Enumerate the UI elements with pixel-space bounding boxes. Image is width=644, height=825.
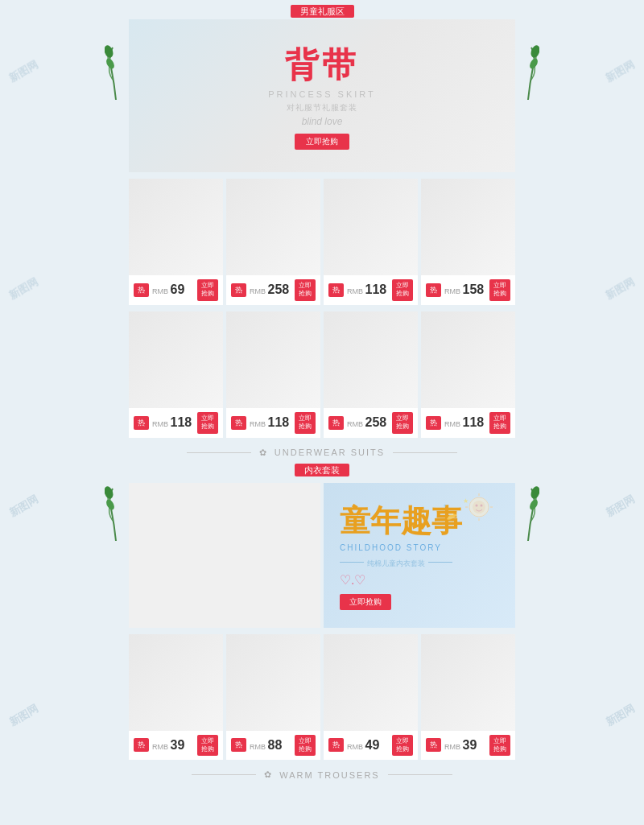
price-num: 49 [365,738,380,752]
rmb-label: RMB [152,287,171,295]
price-text-r3-0: RMB 39 [152,738,194,753]
product-info-r1-2: 热RMB 118立即 抢购 [324,275,418,305]
rmb-label: RMB [250,287,268,295]
hero-sub2: blind love [302,116,343,127]
svg-point-7 [528,498,539,511]
rmb-label: RMB [347,420,365,428]
hot-badge: 热 [426,416,441,430]
price-num: 158 [463,283,485,296]
buy-button-r1-1[interactable]: 立即 抢购 [295,279,316,301]
childhood-heart-icon: ♡.♡ [340,572,499,588]
price-num: 258 [268,283,290,296]
hot-badge: 热 [328,738,344,752]
svg-point-4 [105,485,114,499]
product-card-r3-1: 热RMB 88立即 抢购 [226,634,320,761]
buy-button-r2-3[interactable]: 立即 抢购 [489,412,510,434]
buy-button-r3-0[interactable]: 立即 抢购 [197,735,218,757]
price-num: 118 [365,283,387,296]
buy-button-r1-3[interactable]: 立即 抢购 [489,279,510,301]
divider-icon: ✿ [259,448,266,458]
price-text-r1-1: RMB 258 [250,283,291,297]
watermark-bl: 新图网 [6,701,41,729]
watermark-br: 新图网 [603,701,638,729]
product-img-r1-2 [324,179,418,275]
warm-divider-icon: ✿ [264,769,271,780]
hot-badge: 热 [426,283,441,297]
price-text-r3-1: RMB 88 [250,738,291,753]
product-row-2: 热RMB 118立即 抢购热RMB 118立即 抢购热RMB 258立即 抢购热… [129,311,515,438]
hot-badge: 热 [231,738,246,752]
hot-badge: 热 [328,283,344,297]
svg-point-10 [476,504,478,506]
rmb-label: RMB [444,743,463,751]
svg-point-9 [473,501,485,514]
product-img-r2-3 [421,311,515,408]
rmb-label: RMB [444,287,463,295]
product-info-r1-1: 热RMB 258立即 抢购 [226,275,320,305]
buy-button-r3-1[interactable]: 立即 抢购 [295,735,316,757]
hot-badge: 热 [231,283,246,297]
product-info-r3-0: 热RMB 39立即 抢购 [129,731,223,761]
childhood-section: ★ ★ 童年趣事 CHILDHOOD STORY 纯棉儿童内衣套装 ♡.♡ 立即… [129,483,515,628]
buy-button-r3-3[interactable]: 立即 抢购 [489,735,510,757]
product-info-r3-1: 热RMB 88立即 抢购 [226,731,320,761]
price-num: 39 [171,738,185,752]
product-card-r2-3: 热RMB 118立即 抢购 [421,311,515,438]
buy-button-r3-2[interactable]: 立即 抢购 [392,735,413,757]
svg-text:★: ★ [443,503,447,508]
product-row-1: 热RMB 69立即 抢购热RMB 258立即 抢购热RMB 118立即 抢购热R… [129,179,515,305]
price-num: 118 [171,415,192,429]
price-text-r1-2: RMB 118 [347,283,389,297]
rmb-label: RMB [347,287,365,295]
svg-point-6 [530,485,539,499]
underwear-cn-label-area: 内衣套装 [0,462,644,476]
buy-button-r2-1[interactable]: 立即 抢购 [295,412,316,434]
top-section-label: 男童礼服区 [0,0,644,19]
product-info-r2-2: 热RMB 258立即 抢购 [324,408,418,438]
product-img-r3-2 [324,634,418,731]
underwear-cn-label: 内衣套装 [295,464,349,476]
plant-left-top [105,43,127,103]
product-info-r1-0: 热RMB 69立即 抢购 [129,275,223,305]
hot-badge: 热 [328,416,344,430]
product-card-r1-0: 热RMB 69立即 抢购 [129,179,223,305]
product-img-r3-0 [129,634,223,731]
watermark-mr: 新图网 [603,274,638,303]
svg-point-0 [105,44,114,59]
price-text-r2-3: RMB 118 [444,415,486,430]
svg-point-11 [481,504,483,506]
product-info-r2-1: 热RMB 118立即 抢购 [226,408,320,438]
price-text-r3-2: RMB 49 [347,738,389,753]
plant-right-top [517,43,539,103]
underwear-divider: ✿ UNDERWEAR SUITS [129,448,515,458]
price-text-r2-0: RMB 118 [152,415,194,430]
rmb-label: RMB [347,743,365,751]
product-img-r2-0 [129,311,223,408]
svg-point-2 [530,44,539,59]
product-info-r3-2: 热RMB 49立即 抢购 [324,731,418,761]
childhood-buy-button[interactable]: 立即抢购 [340,594,391,610]
divider-line-left [187,452,251,453]
price-num: 118 [463,415,485,429]
childhood-empty-img [129,483,320,628]
product-card-r2-0: 热RMB 118立即 抢购 [129,311,223,438]
product-img-r2-1 [226,311,320,408]
rmb-label: RMB [250,743,268,751]
product-row-3: 热RMB 39立即 抢购热RMB 88立即 抢购热RMB 49立即 抢购热RMB… [129,634,515,761]
hot-badge: 热 [134,283,149,297]
buy-button-r2-0[interactable]: 立即 抢购 [197,412,218,434]
product-img-r2-2 [324,311,418,408]
price-num: 39 [463,738,477,752]
buy-button-r1-2[interactable]: 立即 抢购 [392,279,413,301]
buy-button-r2-2[interactable]: 立即 抢购 [392,412,413,434]
buy-button-r1-0[interactable]: 立即 抢购 [197,279,218,301]
hero-subtitle: 对礼服节礼服套装 [287,102,357,113]
price-text-r1-3: RMB 158 [444,283,486,297]
product-info-r2-0: 热RMB 118立即 抢购 [129,408,223,438]
hero-buy-button[interactable]: 立即抢购 [295,134,349,150]
underwear-en-label: UNDERWEAR SUITS [275,448,385,457]
childhood-deco: ★ ★ [435,491,499,545]
divider-line-right [393,452,457,453]
product-img-r1-3 [421,179,515,275]
svg-point-5 [105,498,116,511]
